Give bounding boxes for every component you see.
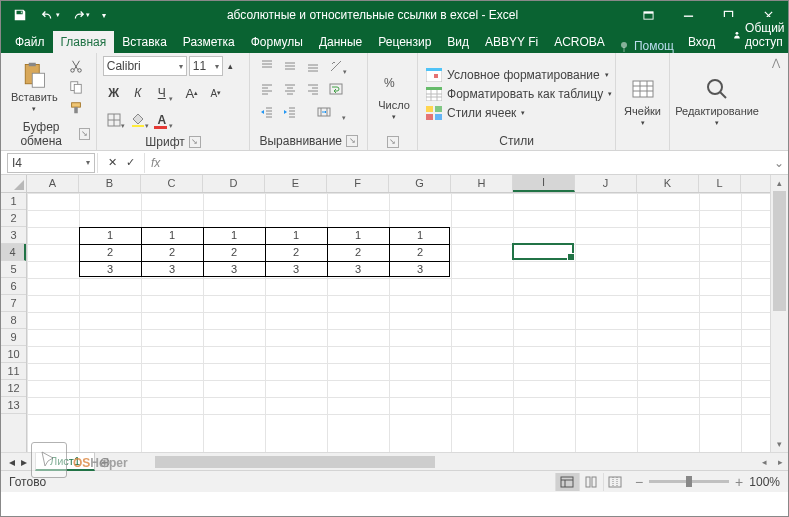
tab-data[interactable]: Данные (311, 31, 370, 53)
column-header[interactable]: J (575, 175, 637, 192)
tab-layout[interactable]: Разметка (175, 31, 243, 53)
column-header[interactable]: A (27, 175, 79, 192)
page-layout-view-button[interactable] (579, 473, 603, 491)
format-painter-button[interactable] (66, 99, 86, 117)
signin-button[interactable]: Вход (680, 31, 723, 53)
zoom-in-button[interactable]: + (735, 474, 743, 490)
font-name-combo[interactable]: Calibri▾ (103, 56, 187, 76)
paste-button[interactable]: Вставить▾ (7, 56, 62, 118)
borders-button[interactable]: ▾ (103, 110, 125, 130)
row-header[interactable]: 8 (1, 312, 26, 329)
new-sheet-button[interactable]: ⊕ (95, 454, 115, 470)
sheet-nav-next[interactable]: ▸ (21, 455, 27, 469)
normal-view-button[interactable] (555, 473, 579, 491)
align-left-button[interactable] (256, 79, 278, 99)
insert-function-button[interactable]: fx (145, 156, 166, 170)
column-header[interactable]: B (79, 175, 141, 192)
column-header[interactable]: D (203, 175, 265, 192)
column-header[interactable]: I (513, 175, 575, 192)
column-header[interactable]: H (451, 175, 513, 192)
row-header[interactable]: 12 (1, 380, 26, 397)
clipboard-launcher[interactable]: ↘ (79, 128, 89, 140)
row-header[interactable]: 6 (1, 278, 26, 295)
row-header[interactable]: 7 (1, 295, 26, 312)
sheet-tab[interactable]: Лист1 (35, 452, 95, 471)
enter-formula-button[interactable]: ✓ (122, 156, 138, 169)
tab-formulas[interactable]: Формулы (243, 31, 311, 53)
zoom-slider[interactable] (649, 480, 729, 483)
column-header[interactable]: F (327, 175, 389, 192)
undo-button[interactable]: ▾ (37, 3, 63, 27)
merge-button[interactable]: ▾ (302, 102, 346, 122)
format-as-table-button[interactable]: Форматировать как таблицу▾ (424, 86, 614, 102)
font-size-combo[interactable]: 11▾ (189, 56, 223, 76)
row-header[interactable]: 13 (1, 397, 26, 414)
cell-styles-button[interactable]: Стили ячеек▾ (424, 105, 614, 121)
font-launcher[interactable]: ↘ (189, 136, 201, 148)
increase-font-button[interactable]: A▴ (181, 83, 203, 103)
editing-button[interactable]: Редактирование▾ (676, 56, 758, 146)
orientation-button[interactable]: ▾ (325, 56, 347, 76)
vscroll-thumb[interactable] (773, 191, 786, 311)
tab-review[interactable]: Рецензир (370, 31, 439, 53)
tab-view[interactable]: Вид (439, 31, 477, 53)
tab-insert[interactable]: Вставка (114, 31, 175, 53)
align-right-button[interactable] (302, 79, 324, 99)
column-headers[interactable]: ABCDEFGHIJKL (27, 175, 770, 193)
hscroll-thumb[interactable] (155, 456, 435, 468)
row-header[interactable]: 2 (1, 210, 26, 227)
row-header[interactable]: 3 (1, 227, 26, 244)
row-header[interactable]: 11 (1, 363, 26, 380)
alignment-launcher[interactable]: ↘ (346, 135, 358, 147)
tab-abbyy[interactable]: ABBYY Fi (477, 31, 546, 53)
row-header[interactable]: 10 (1, 346, 26, 363)
horizontal-scrollbar[interactable] (155, 455, 740, 469)
cancel-formula-button[interactable]: ✕ (104, 156, 120, 169)
column-header[interactable]: G (389, 175, 451, 192)
qat-customize-button[interactable]: ▾ (97, 3, 111, 27)
select-all-button[interactable] (1, 175, 27, 193)
vertical-scrollbar[interactable]: ▴ ▾ (770, 175, 788, 452)
italic-button[interactable]: К (127, 83, 149, 103)
bold-button[interactable]: Ж (103, 83, 125, 103)
save-button[interactable] (7, 3, 33, 27)
align-top-button[interactable] (256, 56, 278, 76)
tab-home[interactable]: Главная (53, 31, 115, 53)
underline-button[interactable]: Ч▾ (151, 83, 173, 103)
worksheet-grid[interactable]: ABCDEFGHIJKL 12345678910111213 111111222… (1, 175, 788, 470)
copy-button[interactable] (66, 78, 86, 96)
column-header[interactable]: C (141, 175, 203, 192)
minimize-button[interactable] (668, 1, 708, 29)
name-box[interactable]: I4▾ (7, 153, 95, 173)
zoom-level[interactable]: 100% (749, 475, 780, 489)
page-break-view-button[interactable] (603, 473, 627, 491)
row-headers[interactable]: 12345678910111213 (1, 193, 27, 452)
collapse-ribbon-button[interactable]: ⋀ (764, 53, 788, 150)
align-center-button[interactable] (279, 79, 301, 99)
share-button[interactable]: Общий доступ (723, 17, 789, 53)
cells-button[interactable]: Ячейки▾ (622, 56, 663, 146)
align-bottom-button[interactable] (302, 56, 324, 76)
number-format-button[interactable]: % Число▾ (374, 56, 414, 134)
row-header[interactable]: 1 (1, 193, 26, 210)
wrap-text-button[interactable] (325, 79, 347, 99)
tab-file[interactable]: Файл (7, 31, 53, 53)
column-header[interactable]: K (637, 175, 699, 192)
column-header[interactable]: E (265, 175, 327, 192)
ribbon-display-button[interactable] (628, 1, 668, 29)
align-middle-button[interactable] (279, 56, 301, 76)
decrease-font-button[interactable]: A▾ (205, 83, 227, 103)
font-color-button[interactable]: A▾ (151, 110, 173, 130)
zoom-out-button[interactable]: − (635, 474, 643, 490)
redo-button[interactable]: ▾ (67, 3, 93, 27)
tab-acrobat[interactable]: ACROBA (546, 31, 613, 53)
row-header[interactable]: 4 (1, 244, 26, 261)
expand-formula-bar-button[interactable]: ⌄ (770, 156, 788, 170)
decrease-indent-button[interactable] (256, 102, 278, 122)
tell-me-button[interactable]: Помощ (613, 39, 680, 53)
formula-input[interactable] (166, 153, 770, 173)
fill-color-button[interactable]: ▾ (127, 110, 149, 130)
sheet-nav-prev[interactable]: ◂ (9, 455, 15, 469)
cut-button[interactable] (66, 57, 86, 75)
conditional-formatting-button[interactable]: Условное форматирование▾ (424, 67, 614, 83)
